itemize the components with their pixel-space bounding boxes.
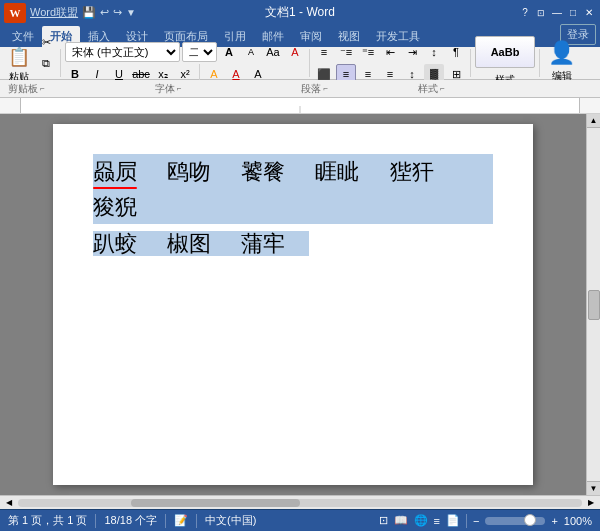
vertical-scrollbar[interactable]: ▲ ▼ [586,114,600,495]
word-6: 狻猊 [93,189,137,224]
ruler-inner [20,98,580,113]
ruler [0,98,600,114]
clear-format-button[interactable]: A [285,42,305,62]
styles-preview: AaBb [475,36,535,68]
styles-label-group: 样式 ⌐ [418,82,445,96]
person-icon: 👤 [548,40,575,66]
ribbon-row1: 📋 粘贴 ✂ ⧉ 🖌 宋体 (中文正文) 二 [4,49,596,77]
view-normal-icon[interactable]: ⊡ [379,514,388,527]
brand-link[interactable]: Word联盟 [30,5,78,20]
scroll-h-thumb[interactable] [131,499,300,507]
paragraph-group: ≡ ⁻≡ ⁼≡ ⇤ ⇥ ↕ ¶ ⬛ ≡ ≡ ≡ ↕ ▓ [314,49,471,77]
ruler-marks [21,98,579,114]
zoom-minus-button[interactable]: − [473,515,479,527]
title-bar: W Word联盟 💾 ↩ ↪ ▼ 文档1 - Word ? ⊡ — □ ✕ [0,0,600,25]
view-web-icon[interactable]: 🌐 [414,514,428,527]
scroll-track [18,499,582,507]
status-sep3 [196,514,197,528]
document-area[interactable]: 赑屃 鸥吻 饕餮 睚眦 狴犴 狻猊 趴蛟 椒图 蒲牢 [0,114,586,495]
language-text: 中文(中国) [205,513,256,528]
scroll-right-button[interactable]: ▶ [584,497,598,509]
scroll-up-button[interactable]: ▲ [587,114,601,128]
help-button[interactable]: ? [518,6,532,20]
paragraph-expand-icon[interactable]: ⌐ [323,84,328,93]
shrink-font-button[interactable]: A [241,42,261,62]
zoom-slider[interactable] [485,517,545,525]
clipboard-label-group: 剪贴板 ⌐ [8,82,45,96]
word-9: 蒲牢 [241,226,285,261]
char-count-text: 18/18 个字 [104,513,157,528]
font-size-select[interactable]: 二号 [182,42,217,62]
document-title: 文档1 - Word [265,4,335,21]
restore-button[interactable]: ⊡ [534,6,548,20]
numbering-button[interactable]: ⁻≡ [336,42,356,62]
paragraph-label-group: 段落 ⌐ [301,82,328,96]
language-item[interactable]: 中文(中国) [205,513,256,528]
font-label-group: 字体 ⌐ [155,82,182,96]
paragraph-label: 段落 [301,82,321,96]
word-logo: W [4,3,26,23]
proofread-icon: 📝 [174,514,188,527]
main-area: 赑屃 鸥吻 饕餮 睚眦 狴犴 狻猊 趴蛟 椒图 蒲牢 [0,98,600,509]
clipboard-group: 📋 粘贴 ✂ ⧉ 🖌 [4,49,61,77]
styles-label: 样式 [418,82,438,96]
bullets-button[interactable]: ≡ [314,42,334,62]
document-page: 赑屃 鸥吻 饕餮 睚眦 狴犴 狻猊 趴蛟 椒图 蒲牢 [53,124,533,485]
view-reading-icon[interactable]: 📖 [394,514,408,527]
grow-font-button[interactable]: A [219,42,239,62]
zoom-thumb[interactable] [524,514,536,526]
decrease-indent-button[interactable]: ⇤ [380,42,400,62]
view-outline-icon[interactable]: ≡ [434,515,440,527]
word-8: 椒图 [167,226,211,261]
quick-access-dropdown[interactable]: ▼ [126,7,136,18]
copy-button[interactable]: ⧉ [36,53,56,73]
redo-icon[interactable]: ↪ [113,6,122,19]
content-row1: 赑屃 鸥吻 饕餮 睚眦 狴犴 狻猊 [93,154,493,224]
clipboard-label: 剪贴板 [8,82,38,96]
document-content: 赑屃 鸥吻 饕餮 睚眦 狴犴 狻猊 趴蛟 椒图 蒲牢 [93,154,493,262]
close-button[interactable]: ✕ [582,6,596,20]
zoom-level-text[interactable]: 100% [564,515,592,527]
word-4: 睚眦 [315,154,359,189]
paste-icon: 📋 [8,46,30,68]
show-paragraph-button[interactable]: ¶ [446,42,466,62]
multilevel-list-button[interactable]: ⁼≡ [358,42,378,62]
char-count: 18/18 个字 [104,513,157,528]
scroll-down-button[interactable]: ▼ [587,481,601,495]
horizontal-scrollbar[interactable]: ◀ ▶ [0,495,600,509]
zoom-plus-button[interactable]: + [551,515,557,527]
minimize-button[interactable]: — [550,6,564,20]
change-case-button[interactable]: Aa [263,42,283,62]
page-info-text: 第 1 页，共 1 页 [8,513,87,528]
styles-expand-icon[interactable]: ⌐ [440,84,445,93]
clipboard-expand-icon[interactable]: ⌐ [40,84,45,93]
proofread-icon-item: 📝 [174,514,188,527]
status-sep4 [466,514,467,528]
styles-group: AaBb 样式 [475,49,540,77]
sort-button[interactable]: ↕ [424,42,444,62]
window-controls: ? ⊡ — □ ✕ [518,6,596,20]
font-group: 宋体 (中文正文) 二号 A A Aa A B I U a [65,49,310,77]
scroll-left-button[interactable]: ◀ [2,497,16,509]
maximize-button[interactable]: □ [566,6,580,20]
ribbon-content: 📋 粘贴 ✂ ⧉ 🖌 宋体 (中文正文) 二 [0,47,600,80]
scroll-thumb[interactable] [588,290,600,320]
word-2: 鸥吻 [167,154,211,189]
font-expand-icon[interactable]: ⌐ [177,84,182,93]
increase-indent-button[interactable]: ⇥ [402,42,422,62]
status-right: ⊡ 📖 🌐 ≡ 📄 − + 100% [379,514,592,528]
view-draft-icon[interactable]: 📄 [446,514,460,527]
undo-icon[interactable]: ↩ [100,6,109,19]
paste-button[interactable]: 📋 粘贴 [4,44,34,82]
quick-save-icon[interactable]: 💾 [82,6,96,19]
ribbon-labels: 剪贴板 ⌐ 字体 ⌐ 段落 ⌐ 样式 ⌐ [0,80,600,98]
word-1: 赑屃 [93,154,137,189]
word-7: 趴蛟 [93,226,137,261]
page-info: 第 1 页，共 1 页 [8,513,87,528]
status-sep2 [165,514,166,528]
content-row2-selected: 趴蛟 椒图 蒲牢 [93,231,309,256]
font-family-select[interactable]: 宋体 (中文正文) [65,42,180,62]
word-5: 狴犴 [390,154,434,189]
word-3: 饕餮 [241,154,285,189]
cut-button[interactable]: ✂ [36,32,56,52]
